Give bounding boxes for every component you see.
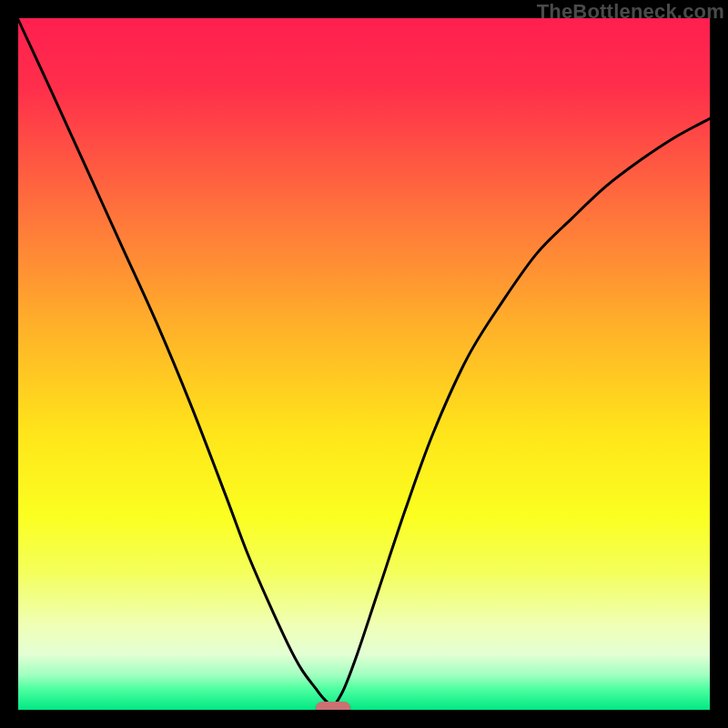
heat-gradient-background — [18, 18, 710, 710]
chart-plot-area — [18, 18, 710, 710]
chart-canvas: TheBottleneck.com — [0, 0, 728, 728]
optimal-point-marker — [316, 702, 350, 710]
